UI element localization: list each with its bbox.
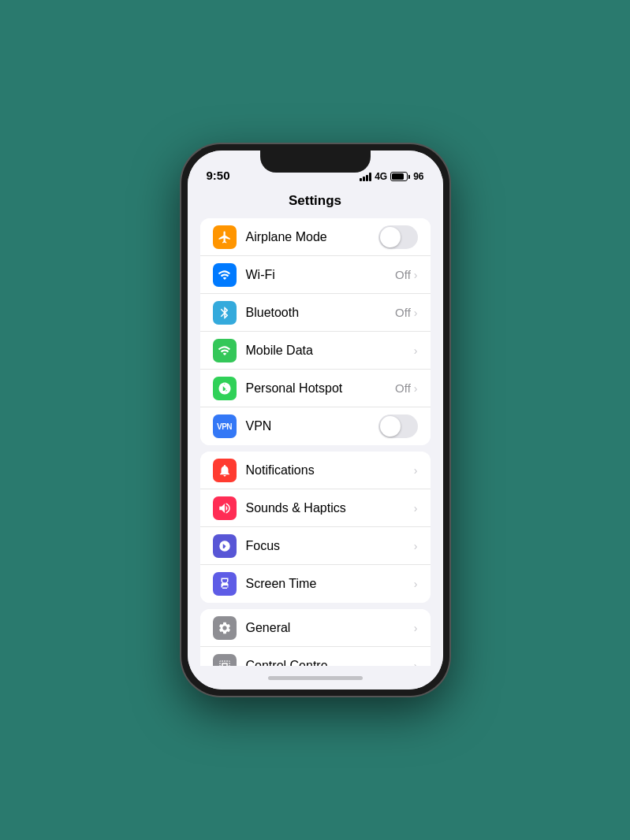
notifications-group: Notifications › Sounds & Haptics › [200, 452, 431, 603]
airplane-mode-icon [213, 225, 237, 249]
connectivity-group: Airplane Mode Wi-Fi Off › [200, 218, 431, 445]
control-centre-label: Control Centre [246, 659, 414, 666]
vpn-icon: VPN [213, 414, 237, 438]
sounds-haptics-label: Sounds & Haptics [246, 501, 414, 515]
wifi-right: Off › [395, 268, 417, 281]
notifications-chevron: › [414, 464, 418, 477]
notch [260, 151, 371, 173]
control-centre-right: › [414, 660, 418, 666]
mobile-data-label: Mobile Data [246, 344, 414, 358]
focus-chevron: › [414, 540, 418, 552]
battery-icon [390, 172, 410, 181]
home-indicator[interactable] [188, 666, 443, 689]
wifi-icon [213, 263, 237, 287]
personal-hotspot-right: Off › [395, 381, 417, 395]
general-group: General › Control Centre › [200, 609, 431, 666]
sounds-haptics-row[interactable]: Sounds & Haptics › [200, 489, 431, 527]
focus-row[interactable]: Focus › [200, 527, 431, 565]
wifi-row[interactable]: Wi-Fi Off › [200, 256, 431, 294]
battery-percent: 96 [413, 171, 423, 182]
screen-time-right: › [414, 578, 418, 590]
phone-screen: 9:50 4G 96 Settings [188, 151, 443, 689]
bluetooth-chevron: › [414, 307, 418, 319]
vpn-toggle[interactable] [378, 414, 418, 438]
vpn-row[interactable]: VPN VPN [200, 407, 431, 445]
wifi-value: Off [395, 268, 411, 281]
personal-hotspot-icon [213, 377, 237, 400]
focus-icon [213, 534, 237, 558]
notifications-icon [213, 459, 237, 482]
mobile-data-chevron: › [414, 344, 418, 357]
control-centre-chevron: › [414, 660, 418, 666]
general-right: › [414, 622, 418, 634]
airplane-mode-label: Airplane Mode [246, 230, 378, 244]
screen-time-icon [213, 572, 237, 596]
signal-bars-icon [360, 172, 371, 181]
focus-right: › [414, 540, 418, 552]
home-bar [268, 676, 363, 680]
notifications-right: › [414, 464, 418, 477]
bluetooth-value: Off [395, 306, 411, 319]
network-type: 4G [375, 171, 387, 182]
notifications-row[interactable]: Notifications › [200, 452, 431, 489]
page-title: Settings [188, 185, 443, 218]
control-centre-icon [213, 654, 237, 666]
focus-label: Focus [246, 539, 414, 553]
mobile-data-row[interactable]: Mobile Data › [200, 332, 431, 370]
general-row[interactable]: General › [200, 609, 431, 647]
personal-hotspot-chevron: › [414, 382, 418, 395]
mobile-data-right: › [414, 344, 418, 357]
mobile-data-icon [213, 339, 237, 362]
sounds-haptics-right: › [414, 502, 418, 515]
wifi-label: Wi-Fi [246, 268, 396, 282]
screen-content: Settings Airplane Mode Wi-Fi Off [188, 185, 443, 666]
sounds-haptics-icon [213, 496, 237, 520]
notifications-label: Notifications [246, 463, 414, 478]
personal-hotspot-value: Off [395, 381, 411, 395]
status-icons: 4G 96 [360, 171, 423, 182]
airplane-mode-row[interactable]: Airplane Mode [200, 218, 431, 256]
bluetooth-right: Off › [395, 306, 417, 319]
personal-hotspot-row[interactable]: Personal Hotspot Off › [200, 370, 431, 407]
control-centre-row[interactable]: Control Centre › [200, 647, 431, 666]
bluetooth-icon [213, 301, 237, 325]
bluetooth-row[interactable]: Bluetooth Off › [200, 294, 431, 332]
status-time: 9:50 [207, 169, 230, 182]
vpn-label: VPN [246, 419, 378, 433]
sounds-haptics-chevron: › [414, 502, 418, 515]
general-label: General [246, 621, 414, 635]
personal-hotspot-label: Personal Hotspot [246, 381, 396, 396]
wifi-chevron: › [414, 269, 418, 281]
bluetooth-label: Bluetooth [246, 306, 396, 320]
phone-frame: 9:50 4G 96 Settings [181, 144, 449, 696]
general-chevron: › [414, 622, 418, 634]
screen-time-label: Screen Time [246, 577, 414, 591]
airplane-mode-toggle[interactable] [378, 225, 418, 249]
screen-time-chevron: › [414, 578, 418, 590]
screen-time-row[interactable]: Screen Time › [200, 565, 431, 603]
general-icon [213, 616, 237, 640]
